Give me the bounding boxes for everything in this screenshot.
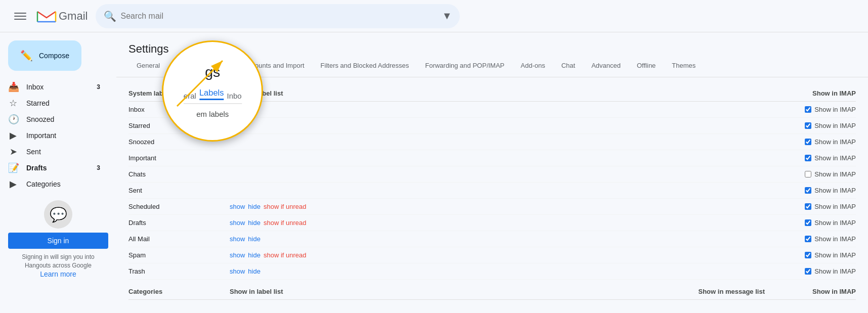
spam-show-link[interactable]: show [230,251,245,259]
search-bar[interactable]: 🔍 ▼ [96,4,460,28]
tab-general[interactable]: General [128,56,168,77]
label-imap-scheduled: Show in IMAP [765,203,856,210]
label-name-scheduled: Scheduled [128,203,230,210]
categories-header: Categories [128,288,230,295]
categories-icon: ▶ [8,178,18,190]
imap-checkbox-starred[interactable] [805,122,811,129]
tab-advanced[interactable]: Advanced [583,56,629,77]
imap-checkbox-drafts[interactable] [805,219,811,226]
hangouts-section: 💬 Sign in Signing in will sign you into … [0,192,116,286]
drafts-show-link[interactable]: show [230,219,245,227]
imap-label-important: Show in IMAP [814,154,856,162]
sidebar-item-starred-label: Starred [26,99,100,107]
sidebar-item-drafts[interactable]: 📝 Drafts 3 [0,160,108,176]
label-name-trash: Trash [128,267,230,275]
important-icon: ▶ [8,130,18,141]
imap-checkbox-important[interactable] [805,155,811,161]
logo-text: Gmail [59,10,88,23]
show-label-list-header: Show in label list [230,90,765,97]
imap-checkbox-sent[interactable] [805,187,811,194]
scheduled-show-link[interactable]: show [230,203,245,210]
sent-icon: ➤ [8,146,18,157]
imap-label-inbox: Show in IMAP [814,106,856,113]
imap-checkbox-trash[interactable] [805,268,811,275]
menu-icon[interactable] [8,4,32,28]
imap-checkbox-chats[interactable] [805,171,811,177]
drafts-badge: 3 [97,164,100,171]
label-imap-all-mail: Show in IMAP [765,235,856,243]
imap-label-all-mail: Show in IMAP [814,235,856,243]
hangouts-description: Signing in will sign you into Hangouts a… [8,253,108,270]
learn-more-link[interactable]: Learn more [8,270,108,278]
tab-filters[interactable]: Filters and Blocked Addresses [313,56,417,77]
tab-forwarding[interactable]: Forwarding and POP/IMAP [417,56,512,77]
label-name-chats: Chats [128,170,230,178]
imap-label-spam: Show in IMAP [814,251,856,259]
label-imap-important: Show in IMAP [765,154,856,162]
snoozed-icon: 🕐 [8,114,18,125]
topbar: Gmail 🔍 ▼ [0,0,868,32]
table-row: Chats Show in IMAP [128,166,856,183]
table-row: Sent Show in IMAP [128,183,856,199]
compose-icon: ✏️ [20,50,33,62]
hangouts-icon: 💬 [50,206,67,223]
scheduled-show-unread[interactable]: show if unread [264,203,307,210]
label-imap-starred: Show in IMAP [765,122,856,129]
sidebar-item-starred[interactable]: ☆ Starred [0,95,108,111]
imap-checkbox-scheduled[interactable] [805,203,811,210]
label-name-important: Important [128,154,230,162]
sidebar-item-sent[interactable]: ➤ Sent [0,144,108,160]
label-name-drafts: Drafts [128,219,230,227]
zoom-general-partial: eral [184,92,196,101]
label-imap-trash: Show in IMAP [765,267,856,275]
table-row: All Mail show hide Show in IMAP [128,231,856,247]
svg-rect-2 [14,19,26,20]
tab-chat[interactable]: Chat [553,56,583,77]
label-imap-snoozed: Show in IMAP [765,138,856,146]
sidebar-item-categories-label: Categories [26,180,100,188]
svg-rect-1 [14,16,26,17]
imap-checkbox-spam[interactable] [805,252,811,258]
zoom-magnifier: gs eral Labels Inbo em labels [162,40,263,142]
tab-themes[interactable]: Themes [664,56,704,77]
label-imap-spam: Show in IMAP [765,251,856,259]
imap-checkbox-all-mail[interactable] [805,236,811,242]
sidebar-item-important[interactable]: ▶ Important [0,127,108,144]
zoom-labels-tab: Labels [199,88,224,100]
drafts-show-unread[interactable]: show if unread [264,219,307,227]
label-actions-scheduled: show hide show if unread [230,203,765,210]
sidebar-item-drafts-label: Drafts [26,164,89,172]
spam-show-unread[interactable]: show if unread [264,251,307,259]
imap-checkbox-inbox[interactable] [805,106,811,113]
search-input[interactable] [120,12,438,21]
compose-label: Compose [39,52,69,60]
zoom-system-partial: em labels [184,110,242,119]
scheduled-hide-link[interactable]: hide [248,203,261,210]
sidebar-item-sent-label: Sent [26,148,100,156]
sidebar-item-inbox[interactable]: 📥 Inbox 3 [0,79,108,95]
sidebar-item-categories[interactable]: ▶ Categories [0,176,108,192]
all-mail-show-link[interactable]: show [230,235,245,243]
inbox-badge: 3 [97,83,100,91]
drafts-icon: 📝 [8,162,18,173]
drafts-hide-link[interactable]: hide [248,219,261,227]
search-dropdown-icon[interactable]: ▼ [442,10,452,22]
imap-label-starred: Show in IMAP [814,122,856,129]
categories-show-label-header: Show in label list [230,288,664,295]
table-row: Scheduled show hide show if unread Show … [128,199,856,215]
table-row: Spam show hide show if unread Show in IM… [128,247,856,263]
sidebar-item-snoozed[interactable]: 🕐 Snoozed [0,111,108,127]
imap-label-chats: Show in IMAP [814,170,856,178]
compose-button[interactable]: ✏️ Compose [8,40,81,71]
sign-in-button[interactable]: Sign in [8,233,108,249]
categories-imap-header: Show in IMAP [765,288,856,295]
tab-addons[interactable]: Add-ons [512,56,553,77]
imap-checkbox-snoozed[interactable] [805,139,811,145]
zoom-tabs-row: eral Labels Inbo [184,88,242,104]
imap-label-scheduled: Show in IMAP [814,203,856,210]
tab-offline[interactable]: Offline [629,56,664,77]
label-imap-inbox: Show in IMAP [765,106,856,113]
zoom-settings-partial: gs [184,64,242,80]
trash-show-link[interactable]: show [230,267,245,275]
label-imap-chats: Show in IMAP [765,170,856,178]
